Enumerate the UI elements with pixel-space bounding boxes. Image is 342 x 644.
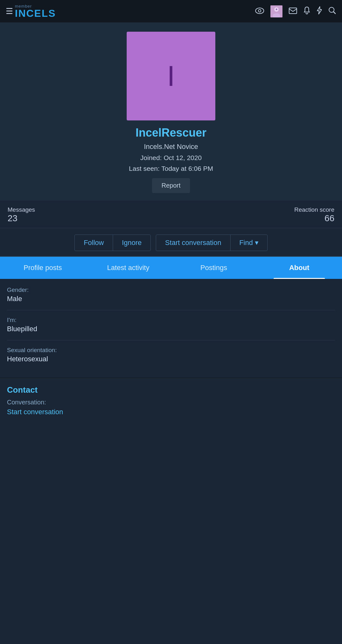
gender-info: Gender: Male [7,287,335,303]
tab-profile-posts[interactable]: Profile posts [0,257,86,279]
header-right: ✦ [255,5,336,17]
action-buttons: Follow Ignore Start conversation Find ▾ [0,228,342,257]
tab-bar: Profile posts Latest activity Postings A… [0,257,342,279]
header-left: ☰ member INCELS [6,4,56,18]
about-content: Gender: Male I'm: Bluepilled Sexual orie… [0,279,342,378]
mail-icon[interactable] [289,7,297,16]
profile-rank: Incels.Net Novice [144,143,198,151]
messages-value: 23 [8,213,17,223]
watch-icon[interactable] [255,7,264,16]
bolt-icon[interactable] [317,6,322,16]
orientation-info: Sexual orientation: Heterosexual [7,347,335,363]
reaction-label: Reaction score [294,206,334,213]
tab-about[interactable]: About [256,257,342,279]
svg-point-0 [256,8,264,14]
hamburger-icon[interactable]: ☰ [6,6,13,16]
main-header: ☰ member INCELS ✦ [0,0,342,23]
reaction-stat: Reaction score 66 [294,206,334,223]
orientation-value: Heterosexual [7,355,335,363]
tab-latest-activity[interactable]: Latest activity [86,257,171,279]
conversation-find-group: Start conversation Find ▾ [156,235,267,251]
im-info: I'm: Bluepilled [7,317,335,333]
divider-1 [7,310,335,310]
im-label: I'm: [7,317,335,324]
contact-heading: Contact [7,379,335,399]
svg-text:✦: ✦ [275,8,278,11]
bell-icon[interactable] [303,6,310,16]
find-button[interactable]: Find ▾ [231,235,267,251]
gender-label: Gender: [7,287,335,293]
brand-main[interactable]: INCELS [15,8,56,18]
svg-point-1 [258,10,261,12]
user-avatar-icon[interactable]: ✦ [270,5,282,17]
profile-banner: I IncelRescuer Incels.Net Novice Joined:… [0,23,342,201]
reaction-value: 66 [325,213,334,223]
im-value: Bluepilled [7,325,335,333]
messages-label: Messages [8,206,35,213]
divider-2 [7,340,335,340]
gender-value: Male [7,295,335,303]
contact-section: Contact Conversation: Start conversation [0,378,342,424]
avatar-letter: I [167,62,175,90]
brand-text: member INCELS [15,4,56,18]
profile-lastseen: Last seen: Today at 6:06 PM [129,165,213,172]
report-button[interactable]: Report [152,178,190,193]
messages-stat: Messages 23 [8,206,35,223]
profile-avatar: I [127,32,215,120]
orientation-label: Sexual orientation: [7,347,335,354]
profile-joined: Joined: Oct 12, 2020 [140,154,202,162]
stats-bar: Messages 23 Reaction score 66 [0,201,342,228]
follow-button[interactable]: Follow [75,235,113,251]
start-conversation-button[interactable]: Start conversation [156,235,230,251]
tab-postings[interactable]: Postings [171,257,256,279]
follow-ignore-group: Follow Ignore [74,235,151,251]
search-icon[interactable] [328,6,336,16]
svg-rect-6 [289,8,297,14]
start-conversation-link[interactable]: Start conversation [7,408,63,416]
ignore-button[interactable]: Ignore [113,235,150,251]
profile-username: IncelRescuer [136,126,206,139]
conversation-label: Conversation: [7,399,335,406]
